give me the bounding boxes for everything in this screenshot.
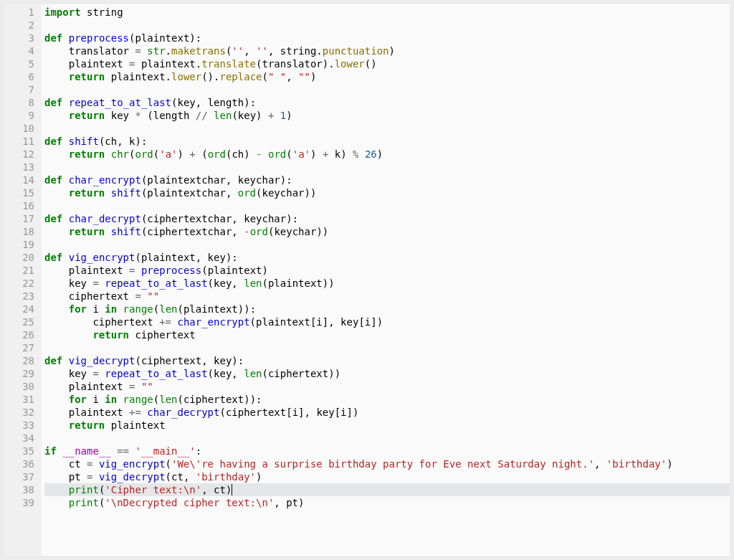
code-line[interactable]: import string [44, 6, 730, 19]
token-nb: len [244, 368, 262, 379]
code-line[interactable] [44, 122, 730, 135]
token-id [262, 148, 268, 160]
token-pr: , [201, 484, 214, 495]
code-line[interactable]: ct = vig_encrypt('We\'re having a surpri… [44, 457, 730, 470]
line-number: 5 [4, 57, 34, 70]
token-id [62, 174, 68, 186]
code-line[interactable]: plaintext = preprocess(plaintext) [44, 264, 730, 277]
token-id: plaintext [141, 252, 196, 263]
code-line[interactable]: translator = str.maketrans('', '', strin… [44, 44, 730, 57]
token-mt: replace [219, 71, 262, 82]
token-id [111, 445, 117, 457]
token-pr: , [196, 252, 208, 263]
code-line[interactable]: print('\nDecrypted cipher text:\n', pt) [44, 496, 730, 509]
token-id [105, 187, 110, 199]
code-line[interactable]: for i in range(len(plaintext)): [44, 303, 730, 315]
code-line[interactable]: def vig_encrypt(plaintext, key): [44, 251, 730, 264]
token-fn: vig_encrypt [99, 458, 166, 470]
code-line[interactable]: def char_encrypt(plaintextchar, keychar)… [44, 174, 730, 186]
code-area[interactable]: import string def preprocess(plaintext):… [42, 4, 730, 556]
token-pr: [ [335, 407, 340, 418]
token-s: 'birthday' [196, 471, 256, 483]
code-line[interactable]: plaintext = "" [44, 380, 730, 393]
code-line[interactable]: pt = vig_decrypt(ct, 'birthday') [44, 470, 730, 483]
token-pr: ]) [371, 316, 383, 328]
code-line[interactable] [44, 341, 730, 354]
token-id [135, 381, 140, 392]
line-number: 26 [4, 328, 34, 341]
code-line[interactable]: def char_decrypt(ciphertextchar, keychar… [44, 212, 730, 225]
token-id [135, 265, 140, 276]
code-line[interactable]: def repeat_to_at_last(key, length): [44, 96, 730, 109]
token-s: 'Cipher text:\n' [105, 484, 201, 495]
token-pr: ( [166, 458, 171, 470]
token-kw: def [44, 213, 62, 224]
token-fn: shift [111, 187, 141, 199]
token-pr: . [166, 45, 171, 57]
token-kw: return [69, 187, 105, 199]
token-pr: ( [262, 71, 268, 82]
token-pr: ) [256, 110, 268, 121]
line-number: 31 [4, 393, 34, 406]
token-id: key [340, 316, 358, 328]
token-id: k [328, 148, 340, 160]
token-id: key [214, 355, 232, 366]
token-fn: char_encrypt [69, 174, 141, 186]
text-cursor [232, 484, 232, 495]
code-line[interactable]: return plaintext.lower().replace(" ", ""… [44, 70, 730, 83]
token-id: i [292, 407, 298, 418]
token-pr: ) [298, 497, 304, 508]
token-id [44, 71, 69, 82]
token-nb: len [159, 303, 177, 315]
token-pr: ) [262, 265, 267, 276]
token-id [358, 148, 364, 160]
token-nb: ord [250, 226, 268, 237]
code-line[interactable]: def preprocess(plaintext): [44, 32, 730, 44]
code-line[interactable]: return plaintext [44, 419, 730, 432]
token-op: += [159, 316, 171, 328]
code-line[interactable]: return ciphertext [44, 328, 730, 341]
token-id: keychar [238, 174, 280, 186]
code-line[interactable]: ciphertext = "" [44, 290, 730, 303]
token-id: length [153, 110, 196, 121]
token-id: plaintext [256, 316, 310, 328]
token-id: key [214, 277, 232, 289]
code-line[interactable]: return chr(ord('a') + (ord(ch) - ord('a'… [44, 148, 730, 161]
code-line[interactable] [44, 161, 730, 174]
code-line[interactable]: plaintext = plaintext.translate(translat… [44, 57, 730, 70]
code-line[interactable] [44, 432, 730, 445]
code-line[interactable]: for i in range(len(ciphertext)): [44, 393, 730, 406]
token-pr: ) [340, 148, 353, 160]
token-pr: ) [244, 148, 256, 160]
code-line[interactable] [44, 19, 730, 32]
token-op: == [117, 445, 129, 457]
code-line[interactable] [44, 199, 730, 212]
token-kw: in [105, 394, 117, 405]
code-line[interactable]: return shift(plaintextchar, ord(keychar)… [44, 186, 730, 199]
code-line[interactable]: key = repeat_to_at_last(key, len(plainte… [44, 277, 730, 290]
code-editor[interactable]: 1234567891011121314151617181920212223242… [4, 4, 730, 556]
token-kw: import [44, 6, 81, 18]
code-line[interactable]: key = repeat_to_at_last(key, len(ciphert… [44, 367, 730, 380]
token-pr: ) [178, 148, 190, 160]
token-pr: ( [147, 110, 153, 121]
token-pr: ): [232, 355, 244, 366]
code-line[interactable] [44, 238, 730, 251]
code-line[interactable]: ciphertext += char_encrypt(plaintext[i],… [44, 315, 730, 328]
token-fn: shift [69, 136, 99, 147]
code-line[interactable]: def shift(ch, k): [44, 135, 730, 148]
token-pr: )) [316, 226, 328, 237]
token-op: = [92, 277, 98, 289]
token-s: '' [256, 45, 268, 57]
code-line[interactable]: if __name__ == '__main__': [44, 445, 730, 457]
code-line[interactable]: print('Cipher text:\n', ct) [44, 483, 730, 496]
code-line[interactable]: return key * (length // len(key) + 1) [44, 109, 730, 122]
code-line[interactable] [44, 83, 730, 96]
token-pr: ): [135, 136, 147, 147]
token-kw: def [44, 97, 62, 108]
token-pr: , [184, 471, 196, 483]
code-line[interactable]: def vig_decrypt(ciphertext, key): [44, 354, 730, 367]
code-line[interactable]: return shift(ciphertextchar, -ord(keycha… [44, 225, 730, 238]
code-line[interactable]: plaintext += char_decrypt(ciphertext[i],… [44, 406, 730, 419]
token-nb: range [123, 303, 153, 315]
